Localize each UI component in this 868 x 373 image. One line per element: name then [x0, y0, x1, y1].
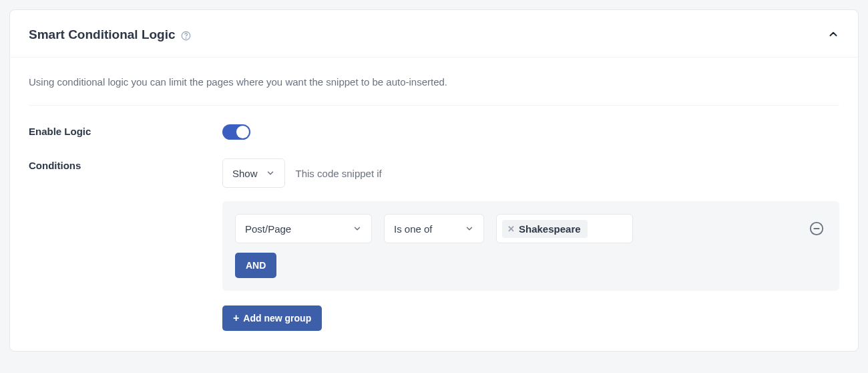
action-select-value: Show — [232, 168, 258, 179]
conditions-label: Conditions — [29, 158, 222, 171]
add-group-label: Add new group — [243, 313, 311, 324]
conditions-control: Show This code snippet if Post/Page — [222, 158, 839, 331]
panel-description: Using conditional logic you can limit th… — [29, 76, 839, 106]
chevron-down-icon — [266, 168, 275, 178]
condition-action-row: Show This code snippet if — [222, 158, 839, 188]
panel-title-wrap: Smart Conditional Logic — [29, 27, 191, 42]
chevron-down-icon — [465, 224, 474, 233]
enable-logic-label: Enable Logic — [29, 124, 222, 137]
condition-rule-row: Post/Page Is one of — [235, 214, 827, 243]
and-button-label: AND — [246, 260, 266, 271]
action-select[interactable]: Show — [222, 158, 285, 188]
value-select[interactable]: ✕ Shakespeare — [496, 214, 633, 243]
condition-group: Post/Page Is one of — [222, 201, 839, 291]
enable-logic-control — [222, 124, 839, 140]
and-button[interactable]: AND — [235, 253, 276, 278]
enable-logic-toggle[interactable] — [222, 124, 250, 140]
conditional-logic-panel: Smart Conditional Logic Using conditiona… — [9, 9, 859, 352]
conditions-row: Conditions Show This code snippet if Pos… — [29, 158, 839, 331]
operator-select[interactable]: Is one of — [384, 214, 484, 243]
panel-header[interactable]: Smart Conditional Logic — [10, 10, 858, 57]
chevron-down-icon — [353, 224, 362, 233]
panel-title: Smart Conditional Logic — [29, 27, 176, 42]
svg-point-1 — [186, 37, 186, 38]
operator-select-value: Is one of — [394, 223, 433, 235]
toggle-knob — [236, 126, 249, 138]
close-icon[interactable]: ✕ — [507, 224, 515, 234]
condition-hint: This code snippet if — [296, 168, 382, 179]
value-tag-label: Shakespeare — [519, 223, 581, 235]
value-tag: ✕ Shakespeare — [502, 220, 588, 238]
help-icon[interactable] — [181, 31, 191, 41]
add-group-button[interactable]: + Add new group — [222, 305, 322, 331]
enable-logic-row: Enable Logic — [29, 124, 839, 140]
subject-select[interactable]: Post/Page — [235, 214, 372, 243]
remove-rule-button[interactable] — [809, 221, 827, 236]
panel-body: Using conditional logic you can limit th… — [10, 57, 858, 351]
plus-icon: + — [233, 313, 239, 324]
chevron-up-icon[interactable] — [827, 28, 839, 42]
subject-select-value: Post/Page — [245, 223, 291, 235]
